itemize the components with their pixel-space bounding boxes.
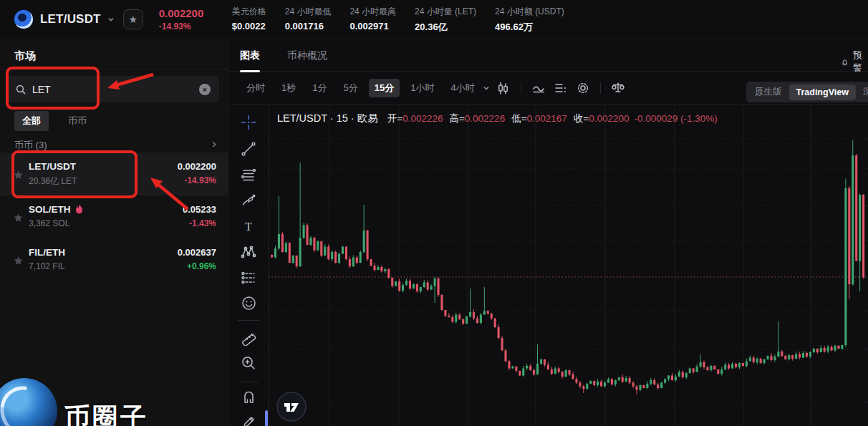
trend-line-tool-icon[interactable] xyxy=(239,140,258,158)
chart-body: T LET/USDT · 15 · 欧易 开=0.002226高=0.00222… xyxy=(229,105,868,426)
watermark-logo-icon xyxy=(0,378,57,426)
market-filter-tab-币币[interactable]: 币币 xyxy=(60,111,95,131)
tradingview-watermark-icon[interactable] xyxy=(276,391,307,422)
compare-scale-icon[interactable] xyxy=(609,79,627,97)
pair-selector[interactable]: LET/USDT ★ xyxy=(0,9,143,29)
stat-label: 24 小时最高 xyxy=(349,6,396,18)
chevron-right-icon[interactable]: › xyxy=(212,139,216,152)
stat-label: 24 小时额 (USDT) xyxy=(495,6,564,18)
candle-type-icon[interactable] xyxy=(495,79,512,97)
chart-panel: 预警 图表币种概况 分时1秒1分5分15分1小时4小时 原生版TradingVi… xyxy=(229,40,868,426)
ohlc-legend: LET/USDT · 15 · 欧易 开=0.002226高=0.002226低… xyxy=(277,112,718,125)
markets-title: 市场 xyxy=(14,49,36,63)
view-option-深度[interactable]: 深度 xyxy=(856,83,868,101)
top-bar: LET/USDT ★ 0.002200 -14.93% 美元价格$0.00222… xyxy=(0,0,868,39)
search-icon xyxy=(16,84,26,95)
last-price-block: 0.002200 -14.93% xyxy=(159,7,221,32)
indicator-line-icon[interactable] xyxy=(530,79,547,97)
panel-tabs: 预警 图表币种概况 xyxy=(229,40,868,72)
token-logo-icon xyxy=(14,10,33,29)
watermark-text: 币圈子 xyxy=(64,400,148,426)
market-filter-tabs: 全部币币 xyxy=(14,111,95,131)
legend-item: 收=0.002200 xyxy=(574,112,630,125)
ticker-stat: 24 小时最高0.002971 xyxy=(349,6,396,34)
view-option-原生版[interactable]: 原生版 xyxy=(748,83,789,101)
alert-bell-icon xyxy=(841,56,849,68)
chart-view-switch: 原生版TradingView深度 xyxy=(746,82,868,102)
stat-value: 0.001716 xyxy=(285,21,332,32)
section-label: 币币 (3) xyxy=(14,139,47,152)
toolbar-scrollbar-thumb[interactable] xyxy=(265,410,268,426)
market-search-input[interactable]: LET × xyxy=(7,76,219,102)
xabcd-pattern-tool-icon[interactable] xyxy=(239,243,258,261)
legend-item: 低=0.002167 xyxy=(511,112,567,125)
star-icon[interactable] xyxy=(13,170,24,180)
timeframe-dropdown-icon[interactable] xyxy=(483,84,490,92)
zoom-in-tool-icon[interactable] xyxy=(239,354,258,372)
candlestick-chart[interactable] xyxy=(269,105,868,426)
panel-tab-币种概况[interactable]: 币种概况 xyxy=(287,49,327,62)
ticker-stat: 美元价格$0.0022 xyxy=(232,6,266,34)
pair-name: LET/USDT xyxy=(40,12,101,26)
ticker-stat: 24 小时量 (LET)20.36亿 xyxy=(415,6,476,34)
price-alert-button[interactable]: 预警 xyxy=(841,49,865,74)
ticker-stats: 美元价格$0.002224 小时最低0.00171624 小时最高0.00297… xyxy=(232,6,564,34)
stat-label: 24 小时量 (LET) xyxy=(415,6,476,18)
favorite-button[interactable]: ★ xyxy=(123,9,143,29)
price-change-24h: -14.93% xyxy=(159,21,221,32)
panel-tab-图表[interactable]: 图表 xyxy=(240,49,260,62)
stat-label: 24 小时最低 xyxy=(285,6,332,18)
timeframe-1分[interactable]: 1分 xyxy=(307,79,332,97)
stat-value: $0.0022 xyxy=(232,21,266,32)
ruler-tool-icon[interactable] xyxy=(239,328,258,347)
timeframe-15分[interactable]: 15分 xyxy=(369,79,400,97)
row-change: +0.96% xyxy=(178,261,216,271)
star-icon[interactable] xyxy=(13,256,24,266)
settings-gear-icon[interactable] xyxy=(574,79,592,97)
divider xyxy=(0,69,228,69)
fib-retracement-tool-icon[interactable] xyxy=(239,165,258,184)
text-tool-icon[interactable]: T xyxy=(239,217,258,236)
chart-canvas[interactable]: LET/USDT · 15 · 欧易 开=0.002226高=0.002226低… xyxy=(269,105,868,426)
timeframe-分时[interactable]: 分时 xyxy=(241,79,271,97)
stat-value: 20.36亿 xyxy=(415,21,476,34)
site-watermark: 币圈子 xyxy=(0,378,148,426)
last-price: 0.002200 xyxy=(159,7,221,19)
market-row-LET-USDT[interactable]: LET/USDT20.36亿 LET0.002200-14.93% xyxy=(0,153,228,195)
stat-value: 496.62万 xyxy=(495,21,564,34)
legend-change: -0.000029 (-1.30%) xyxy=(635,113,718,124)
market-section-header[interactable]: 币币 (3) › xyxy=(14,139,216,152)
market-row-SOL-ETH[interactable]: SOL/ETH3,362 SOL0.05233-1.43% xyxy=(0,195,228,238)
drawing-toolbar: T xyxy=(229,105,269,426)
timeframe-1秒[interactable]: 1秒 xyxy=(276,79,302,97)
ticker-stat: 24 小时最低0.001716 xyxy=(285,6,332,34)
row-change: -1.43% xyxy=(183,218,216,228)
trading-page: LET/USDT ★ 0.002200 -14.93% 美元价格$0.00222… xyxy=(0,0,868,426)
row-price: 0.05233 xyxy=(183,204,216,215)
stat-value: 0.002971 xyxy=(349,21,396,32)
brush-tool-icon[interactable] xyxy=(239,191,258,210)
legend-item: 开=0.002226 xyxy=(387,112,443,125)
clear-search-button[interactable]: × xyxy=(199,84,211,95)
row-price: 0.002637 xyxy=(178,247,216,258)
svg-text:T: T xyxy=(245,221,252,233)
chevron-down-icon[interactable] xyxy=(107,16,115,23)
crosshair-tool-icon[interactable] xyxy=(239,113,258,132)
market-list: LET/USDT20.36亿 LET0.002200-14.93%SOL/ETH… xyxy=(0,153,228,281)
emoji-tool-icon[interactable] xyxy=(239,294,258,312)
edit-tool-icon[interactable] xyxy=(239,412,258,426)
ticker-stat: 24 小时额 (USDT)496.62万 xyxy=(495,6,564,34)
indicator-list-icon[interactable] xyxy=(552,79,569,97)
star-icon: ★ xyxy=(128,14,138,25)
view-option-TradingView[interactable]: TradingView xyxy=(789,84,856,100)
search-value[interactable]: LET xyxy=(32,84,199,95)
row-price: 0.002200 xyxy=(178,161,216,172)
market-row-FIL-ETH[interactable]: FIL/ETH7,102 FIL0.002637+0.96% xyxy=(0,238,228,281)
star-icon[interactable] xyxy=(13,213,24,223)
forecast-tool-icon[interactable] xyxy=(239,268,258,287)
timeframe-1小时[interactable]: 1小时 xyxy=(405,79,440,97)
timeframe-5分[interactable]: 5分 xyxy=(337,79,363,97)
magnet-tool-icon[interactable] xyxy=(239,389,258,407)
timeframe-4小时[interactable]: 4小时 xyxy=(445,79,480,97)
market-filter-tab-全部[interactable]: 全部 xyxy=(14,111,49,131)
